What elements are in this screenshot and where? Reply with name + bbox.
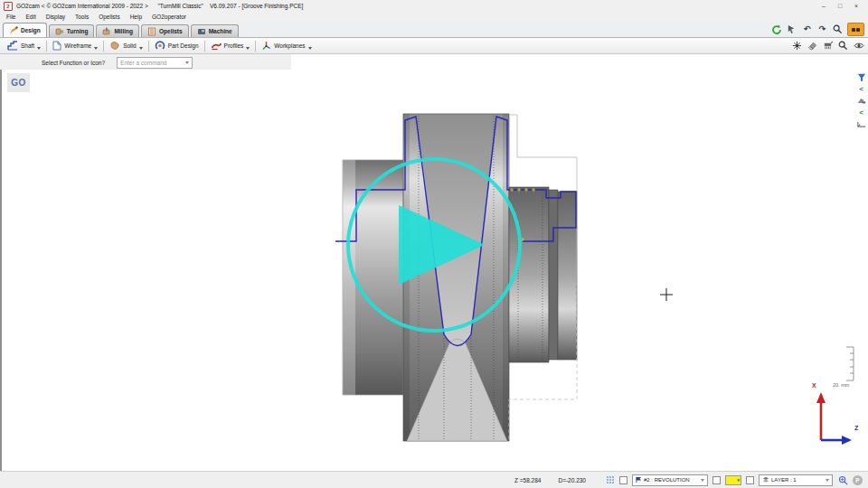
tab-turning[interactable]: Turning — [49, 24, 95, 37]
machine-icon — [197, 27, 206, 36]
zoom-selection-icon[interactable] — [837, 474, 848, 485]
turret-tool-icon[interactable] — [856, 96, 866, 106]
command-placeholder: Enter a command — [120, 60, 166, 66]
spindle-checkbox[interactable] — [619, 476, 627, 484]
tab-bar: Design Turning Milling Opelists Machine … — [0, 22, 868, 38]
spindle-flag-icon — [636, 476, 642, 483]
d-coordinate: D=-20.230 — [558, 477, 586, 483]
visibility-eye-icon[interactable] — [853, 40, 864, 52]
chevron-down-icon — [701, 479, 704, 482]
right-side-panel: < < — [856, 72, 866, 129]
view-toolbar-top: ↶ ↷ — [770, 23, 864, 36]
opelists-icon — [147, 27, 156, 36]
color-swatch[interactable]: ▾ — [725, 475, 741, 485]
zoom-icon[interactable] — [832, 23, 844, 35]
workplanes-dropdown[interactable] — [308, 47, 312, 50]
chevron-down-icon — [826, 479, 829, 482]
toolbar-label: Profiles — [224, 42, 244, 49]
close-button[interactable]: × — [848, 3, 864, 9]
toolbar-label: Part Design — [168, 42, 199, 49]
view-toolbar-bottom — [791, 40, 864, 52]
menu-item-help[interactable]: Help — [130, 14, 142, 20]
menu-bar: File Edit Display Tools Opelists Help GO… — [0, 12, 868, 22]
tab-machine[interactable]: Machine — [191, 24, 239, 37]
milling-icon — [102, 27, 111, 36]
command-prompt-label: Select Function or Icon? — [42, 60, 105, 66]
shaft-dropdown[interactable] — [37, 47, 41, 50]
grid-icon[interactable] — [605, 475, 615, 485]
menu-item-edit[interactable]: Edit — [25, 14, 35, 20]
wireframe-button[interactable]: Wireframe — [49, 41, 101, 51]
menu-item-tools[interactable]: Tools — [75, 14, 89, 20]
tab-label: Opelists — [159, 28, 183, 34]
tab-label: Milling — [114, 28, 133, 34]
color-checkbox[interactable] — [712, 476, 721, 484]
undo-icon[interactable]: ↶ — [801, 23, 813, 35]
toolbar-label: Solid — [123, 42, 136, 49]
toolbar-label: Wireframe — [64, 42, 91, 49]
go2cam-window: 2 GO2cam < © GO2cam International 2009 -… — [0, 0, 868, 488]
tab-milling[interactable]: Milling — [96, 24, 139, 37]
tab-label: Design — [21, 27, 41, 33]
solid-icon — [109, 41, 120, 51]
axis-z-label: Z — [854, 425, 858, 431]
filter-icon[interactable] — [856, 72, 866, 82]
profiles-dropdown[interactable] — [246, 47, 250, 50]
maximize-button[interactable]: □ — [832, 3, 848, 9]
swatch-caret-icon: ▾ — [737, 477, 740, 483]
command-combobox[interactable]: Enter a command — [117, 57, 193, 69]
shaft-icon — [7, 41, 18, 51]
design-icon — [9, 26, 18, 35]
tab-design[interactable]: Design — [3, 23, 47, 37]
menu-item-display[interactable]: Display — [46, 14, 65, 20]
toolbar-label: Shaft — [21, 42, 34, 49]
viewport-canvas[interactable] — [0, 70, 868, 471]
wireframe-icon — [52, 41, 61, 51]
toolbar-separator — [46, 41, 47, 52]
title-bar: 2 GO2cam < © GO2cam International 2009 -… — [0, 0, 868, 12]
window-title: GO2cam < © GO2cam International 2009 - 2… — [16, 3, 303, 9]
eraser-icon[interactable] — [807, 40, 818, 52]
minimize-button[interactable]: – — [816, 3, 832, 9]
axis-x-label: X — [812, 382, 816, 389]
layer-select[interactable]: LAYER : 1 — [759, 474, 833, 486]
clamp-tool-icon[interactable] — [856, 119, 866, 129]
tab-opelists[interactable]: Opelists — [141, 24, 189, 37]
revolution-value: #2 : REVOLUTION — [644, 477, 690, 483]
part-design-button[interactable]: Part Design — [151, 41, 203, 51]
solid-button[interactable]: Solid — [106, 41, 146, 51]
tab-label: Machine — [209, 28, 232, 34]
collapse-blue-icon[interactable]: < — [856, 84, 866, 94]
regenerate-icon[interactable] — [770, 23, 782, 35]
profiles-icon — [211, 41, 222, 51]
redo-icon[interactable]: ↷ — [816, 23, 828, 35]
zoom-window-icon[interactable] — [837, 40, 849, 52]
status-bar: Z =58.284 D=-20.230 #2 : REVOLUTION ▾ LA… — [0, 471, 868, 488]
axes-tool-icon[interactable] — [791, 40, 803, 52]
go-logo-button[interactable]: GO — [7, 73, 30, 92]
shaded-view-button[interactable] — [847, 23, 864, 36]
menu-item-go2operator[interactable]: GO2operator — [152, 14, 186, 20]
z-coordinate: Z =58.284 — [514, 477, 541, 483]
layer-value: LAYER : 1 — [771, 477, 797, 483]
wireframe-dropdown[interactable] — [94, 47, 98, 50]
window-controls: – □ × — [816, 3, 864, 9]
layer-checkbox[interactable] — [746, 476, 754, 484]
help-button[interactable]: P — [853, 475, 863, 485]
menu-item-opelists[interactable]: Opelists — [99, 14, 119, 20]
solid-dropdown[interactable] — [139, 47, 143, 50]
collapse-green-icon[interactable]: < — [856, 108, 866, 117]
shaft-button[interactable]: Shaft — [4, 41, 44, 51]
revolution-select[interactable]: #2 : REVOLUTION — [632, 474, 708, 486]
profiles-button[interactable]: Profiles — [207, 41, 254, 51]
clean-brush-icon[interactable] — [822, 40, 834, 52]
toolbar-separator — [103, 41, 104, 52]
pointer-tool-icon[interactable] — [786, 23, 797, 35]
menu-item-file[interactable]: File — [6, 14, 15, 20]
scale-label: 20. mm — [833, 382, 849, 388]
toolbar-label: Workplanes — [274, 42, 305, 49]
layers-icon — [762, 476, 769, 483]
workplanes-button[interactable]: Workplanes — [258, 41, 315, 51]
workplanes-icon — [261, 41, 271, 51]
part-design-icon — [155, 41, 165, 51]
